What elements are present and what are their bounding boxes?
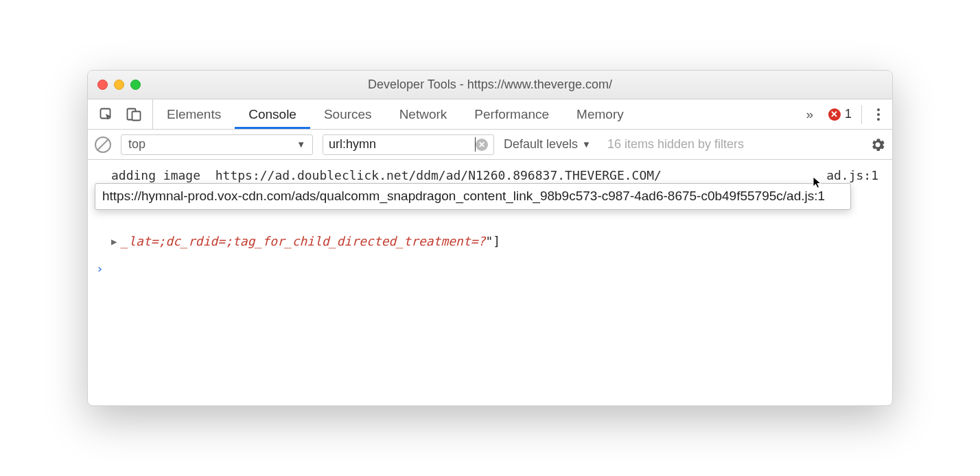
filter-input[interactable]: url:hymn ✕ [323, 134, 494, 155]
close-window-button[interactable] [97, 80, 108, 90]
log-message: adding image https://ad.doubleclick.net/… [111, 168, 662, 182]
settings-menu-button[interactable] [872, 108, 885, 121]
svg-rect-2 [132, 111, 141, 120]
filter-text: url:hymn [329, 137, 476, 152]
tab-performance[interactable]: Performance [460, 99, 563, 129]
dropdown-icon: ▼ [582, 139, 591, 150]
inspect-element-icon[interactable] [99, 107, 114, 122]
log-row[interactable]: adding image https://ad.doubleclick.net/… [88, 167, 892, 184]
titlebar[interactable]: Developer Tools - https://www.theverge.c… [88, 71, 892, 99]
context-value: top [128, 137, 145, 152]
console-settings-icon[interactable] [870, 137, 885, 152]
minimize-window-button[interactable] [114, 80, 124, 90]
error-badge[interactable]: ✕ 1 [828, 107, 852, 121]
devtools-window: Developer Tools - https://www.theverge.c… [87, 70, 893, 406]
expand-triangle-icon[interactable]: ▶ [111, 236, 117, 247]
error-icon: ✕ [828, 108, 841, 121]
log-source-link[interactable]: ad.js:1 [826, 168, 878, 182]
device-mode-icon[interactable] [126, 107, 141, 122]
tabbar-icons [88, 99, 153, 129]
clear-console-icon[interactable] [95, 136, 111, 153]
tabbar-right: » ✕ 1 [800, 99, 892, 129]
devtools-tabbar: Elements Console Sources Network Perform… [88, 99, 892, 130]
traffic-lights [88, 80, 141, 90]
console-output[interactable]: adding image https://ad.doubleclick.net/… [88, 160, 892, 405]
tab-memory[interactable]: Memory [563, 99, 638, 129]
console-filter-bar: top ▼ url:hymn ✕ Default levels ▼ 16 ite… [88, 130, 892, 160]
clear-filter-icon[interactable]: ✕ [476, 139, 488, 151]
log-text: _lat=;dc_rdid=;tag_for_child_directed_tr… [121, 234, 485, 248]
tab-elements[interactable]: Elements [153, 99, 235, 129]
tabs-overflow-button[interactable]: » [800, 107, 819, 122]
panel-tabs: Elements Console Sources Network Perform… [153, 99, 638, 129]
log-bracket: "] [485, 234, 500, 248]
dropdown-icon: ▼ [296, 139, 305, 150]
separator [861, 105, 862, 124]
console-prompt-icon[interactable]: › [96, 261, 104, 276]
window-title: Developer Tools - https://www.theverge.c… [88, 78, 892, 92]
levels-label: Default levels [504, 137, 578, 152]
tab-sources[interactable]: Sources [310, 99, 386, 129]
log-row-expandable[interactable]: ▶ _lat=;dc_rdid=;tag_for_child_directed_… [111, 234, 500, 248]
log-levels-selector[interactable]: Default levels ▼ [504, 137, 591, 152]
tab-console[interactable]: Console [235, 99, 310, 129]
execution-context-selector[interactable]: top ▼ [121, 134, 313, 155]
error-count: 1 [845, 107, 852, 121]
hidden-count-text: 16 items hidden by filters [607, 137, 744, 152]
zoom-window-button[interactable] [130, 80, 141, 90]
tab-network[interactable]: Network [386, 99, 461, 129]
source-tooltip: https://hymnal-prod.vox-cdn.com/ads/qual… [95, 183, 851, 210]
